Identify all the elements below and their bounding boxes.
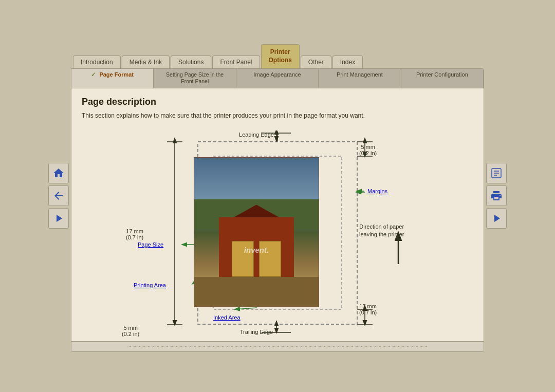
- right-forward-button[interactable]: [486, 208, 507, 229]
- bottom-left-margin-label: 5 mm(0.2 in): [122, 325, 139, 337]
- print-button[interactable]: [486, 185, 507, 206]
- direction-label: Direction of paperleaving the printer: [359, 223, 404, 239]
- contents-button[interactable]: [486, 163, 507, 183]
- left-navigation: [46, 40, 71, 351]
- trailing-edge-label: Trailing Edge: [240, 329, 273, 335]
- top-margin-label: 5 mm(0.2 in): [359, 144, 377, 156]
- svg-text:Page Size: Page Size: [138, 241, 163, 248]
- diagram-area: Page Size Printing Area Inked Area Margi…: [82, 130, 473, 336]
- check-icon: ✓: [91, 71, 96, 78]
- forward-nav-button[interactable]: [48, 208, 69, 229]
- home-button[interactable]: [48, 163, 69, 183]
- scroll-decoration: 〜〜〜〜〜〜〜〜〜〜〜〜〜〜〜〜〜〜〜〜〜〜〜〜〜〜〜〜〜〜〜〜〜〜〜〜〜〜〜〜…: [127, 344, 428, 349]
- sub-tabs-bar: ✓ Page Format Setting Page Size in theFr…: [71, 69, 484, 88]
- back-button[interactable]: [48, 185, 69, 206]
- main-content: Introduction Media & Ink Solutions Front…: [71, 40, 484, 351]
- tab-front-panel[interactable]: Front Panel: [212, 55, 260, 68]
- svg-line-25: [235, 308, 257, 309]
- subtab-print-management[interactable]: Print Management: [319, 69, 401, 88]
- subtab-printer-configuration[interactable]: Printer Configuration: [401, 69, 484, 88]
- right-navigation: [484, 40, 509, 351]
- barn-image: invent.: [194, 158, 319, 307]
- main-nav-tabs: Introduction Media & Ink Solutions Front…: [71, 40, 484, 68]
- main-area: ✓ Page Format Setting Page Size in theFr…: [71, 68, 484, 352]
- page-title: Page description: [82, 97, 473, 107]
- content-area: Page description This section explains h…: [71, 88, 484, 341]
- subtab-image-appearance[interactable]: Image Appearance: [236, 69, 319, 88]
- watermark-text: invent.: [244, 246, 269, 254]
- subtab-setting-page-size[interactable]: Setting Page Size in theFront Panel: [154, 69, 236, 88]
- tab-media-ink[interactable]: Media & Ink: [122, 55, 170, 68]
- leading-edge-label: Leading Edge: [239, 132, 274, 138]
- tab-introduction[interactable]: Introduction: [73, 55, 121, 68]
- left-margin-label: 17 mm(0.7 in): [126, 228, 143, 240]
- tab-index[interactable]: Index: [332, 55, 363, 68]
- svg-text:Inked Area: Inked Area: [213, 314, 240, 321]
- right-bottom-margin-label: 17 mm(0.7 in): [359, 303, 377, 315]
- svg-text:Margins: Margins: [367, 188, 388, 194]
- barn-image-box: invent.: [194, 157, 319, 307]
- page-description: This section explains how to make sure t…: [82, 111, 473, 120]
- svg-text:Printing Area: Printing Area: [134, 282, 166, 288]
- bottom-scroll: 〜〜〜〜〜〜〜〜〜〜〜〜〜〜〜〜〜〜〜〜〜〜〜〜〜〜〜〜〜〜〜〜〜〜〜〜〜〜〜〜…: [71, 341, 484, 351]
- tab-solutions[interactable]: Solutions: [171, 55, 211, 68]
- subtab-page-format[interactable]: ✓ Page Format: [71, 69, 154, 88]
- tab-other[interactable]: Other: [301, 55, 331, 68]
- tab-printer-options[interactable]: PrinterOptions: [261, 44, 300, 68]
